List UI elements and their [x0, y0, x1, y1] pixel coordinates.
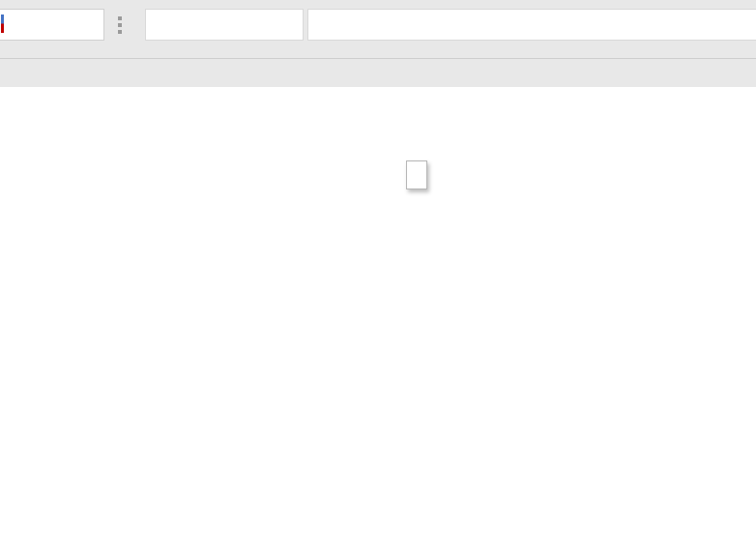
- formula-bar[interactable]: [307, 9, 756, 41]
- name-box-clipped-text: [1, 14, 4, 33]
- column-headers: [0, 58, 756, 88]
- function-tooltip: [406, 160, 427, 189]
- sheet-grid: [0, 87, 756, 551]
- name-box[interactable]: [0, 9, 104, 41]
- formula-toolbar: [0, 0, 756, 43]
- toolbar-grip-dots-icon: [118, 16, 122, 20]
- formula-buttons: [145, 9, 304, 41]
